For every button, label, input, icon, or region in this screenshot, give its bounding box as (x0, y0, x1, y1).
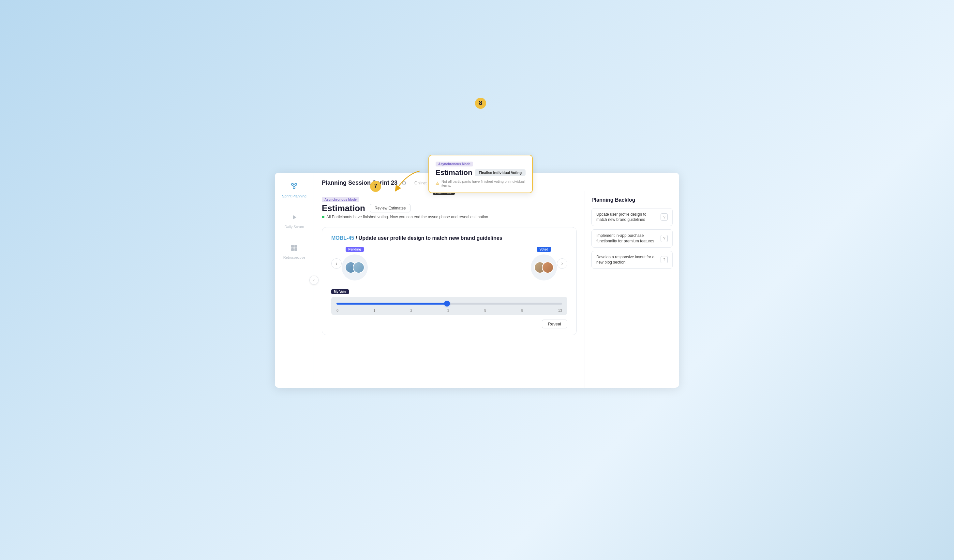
popup-box: Asynchronous Mode Estimation Finalise In… (429, 155, 533, 193)
backlog-text-0: Update user profile design to match new … (596, 212, 657, 223)
pending-badge: Pending (346, 247, 363, 252)
main-content: ‹ Planning Session Sprint 23 ⚙ Online: P… (314, 173, 679, 388)
my-vote-label: My Vote (331, 289, 349, 294)
backlog-item-1: Implement in-app purchase functionality … (591, 229, 673, 247)
svg-rect-8 (295, 245, 297, 247)
content-area: 7 Asynchronous Mode Estimation Review Es… (314, 191, 679, 388)
pending-vote-group: Pending (342, 247, 368, 280)
async-mode-badge: Asynchronous Mode (322, 197, 359, 202)
popup-warning: ⚠ Not all participants have finished vot… (436, 179, 525, 187)
label-5: 5 (484, 308, 486, 313)
slider-fill (337, 303, 447, 305)
slider-thumb[interactable] (444, 301, 450, 306)
voted-vote-group: Voted (531, 247, 557, 280)
voted-avatar-2 (542, 261, 553, 273)
popup-overlay: 8 Asynchronous Mode Estimation Finalise … (429, 155, 533, 193)
pending-avatars (342, 254, 368, 280)
sidebar-label-retro: Retrospective (283, 255, 305, 259)
popup-estimation-title: Estimation (436, 168, 472, 177)
sidebar: Sprint Planning Daily Scrum Retrospectiv… (275, 173, 314, 388)
label-8: 8 (521, 308, 523, 313)
collapse-sidebar-button[interactable]: ‹ (309, 275, 318, 285)
slider-container: 0 1 2 3 5 8 13 (331, 297, 567, 315)
backlog-title: Planning Backlog (591, 197, 673, 203)
sidebar-item-daily-scrum[interactable]: Daily Scrum (281, 211, 308, 231)
sidebar-label-daily: Daily Scrum (285, 225, 304, 229)
warning-icon: ⚠ (436, 181, 440, 186)
backlog-score-2[interactable]: ? (661, 256, 668, 263)
label-2: 2 (410, 308, 412, 313)
svg-rect-7 (291, 245, 294, 247)
label-3: 3 (447, 308, 449, 313)
ticket-id: MOBL-45 (331, 235, 354, 241)
svg-point-2 (293, 187, 295, 188)
finalise-voting-button[interactable]: Finalise Individual Voting (475, 169, 525, 176)
popup-title-row: Estimation Finalise Individual Voting (436, 168, 525, 177)
slider-section: My Vote 0 1 2 3 (331, 288, 567, 315)
label-13: 13 (558, 308, 562, 313)
status-dot (322, 216, 324, 218)
estimation-card: MOBL-45 / Update user profile design to … (322, 227, 577, 335)
sidebar-label-sprint: Sprint Planning (282, 194, 307, 198)
reveal-button[interactable]: Reveal (542, 320, 567, 328)
reveal-section: Reveal (331, 320, 567, 328)
review-estimates-button[interactable]: Review Estimates (370, 204, 410, 212)
slider-labels: 0 1 2 3 5 8 13 (337, 308, 562, 313)
play-icon (290, 214, 298, 223)
sprint-icon (290, 182, 298, 192)
pending-avatar-2 (353, 261, 365, 273)
svg-rect-9 (291, 248, 294, 251)
right-panel: Planning Backlog Update user profile des… (585, 191, 679, 388)
backlog-score-0[interactable]: ? (661, 213, 668, 221)
step-badge-7: 7 (370, 181, 381, 192)
status-message: All Participants have finished voting. N… (322, 215, 577, 219)
main-panel: 7 Asynchronous Mode Estimation Review Es… (314, 191, 585, 388)
title-separator: / (356, 235, 359, 241)
sidebar-item-sprint-planning[interactable]: Sprint Planning (278, 179, 310, 201)
svg-point-1 (295, 184, 297, 185)
arrow-indicator (387, 168, 426, 194)
svg-marker-6 (293, 215, 296, 219)
card-title: MOBL-45 / Update user profile design to … (331, 235, 567, 241)
slider-track (337, 301, 562, 306)
app-container: Sprint Planning Daily Scrum Retrospectiv… (275, 173, 679, 388)
label-0: 0 (337, 308, 338, 313)
backlog-item-0: Update user profile design to match new … (591, 208, 673, 226)
nav-prev-button[interactable]: ‹ (331, 258, 342, 269)
estimation-title: Estimation (322, 203, 365, 213)
page-title: Planning Session Sprint 23 (322, 179, 398, 186)
popup-area: 7 Asynchronous Mode Estimation Review Es… (322, 197, 577, 219)
step-badge-8: 8 (475, 98, 486, 109)
svg-point-0 (292, 184, 293, 185)
estimation-header: Asynchronous Mode Estimation Review Esti… (322, 197, 577, 219)
backlog-text-2: Develop a responsive layout for a new bl… (596, 254, 657, 266)
estimation-row: Estimation Review Estimates (322, 203, 577, 213)
grid-icon (290, 244, 298, 254)
status-text: All Participants have finished voting. N… (326, 215, 488, 219)
voting-area: ‹ Pending Vote (331, 247, 567, 280)
popup-async-badge: Asynchronous Mode (436, 162, 473, 166)
nav-next-button[interactable]: › (557, 258, 567, 269)
label-1: 1 (373, 308, 375, 313)
backlog-score-1[interactable]: ? (661, 235, 668, 242)
svg-rect-10 (295, 248, 297, 251)
backlog-item-2: Develop a responsive layout for a new bl… (591, 251, 673, 269)
popup-warning-text: Not all participants have finished votin… (441, 179, 525, 187)
task-title: Update user profile design to match new … (359, 235, 502, 241)
voted-avatars (531, 254, 557, 280)
sidebar-item-retrospective[interactable]: Retrospective (279, 242, 309, 262)
voted-badge: Voted (537, 247, 551, 252)
backlog-text-1: Implement in-app purchase functionality … (596, 233, 657, 244)
